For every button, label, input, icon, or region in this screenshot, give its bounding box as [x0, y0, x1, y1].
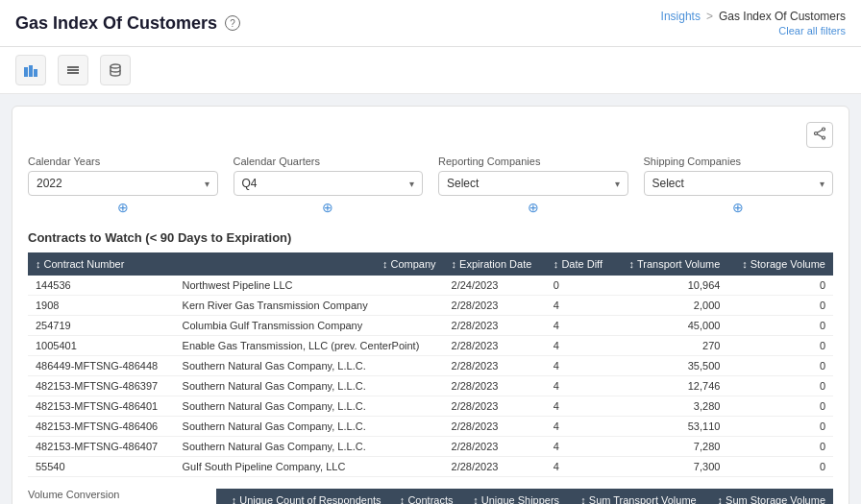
- table-cell: 2/28/2023: [444, 457, 546, 477]
- shipping-companies-group: Shipping Companies Select ▾ ⊕: [644, 156, 834, 215]
- table-row: 486449-MFTSNG-486448Southern Natural Gas…: [28, 356, 833, 376]
- summary-table: ↕ Unique Count of Respondents ↕ Contract…: [216, 489, 833, 504]
- col-company[interactable]: ↕ Company: [175, 252, 444, 276]
- shipping-companies-label: Shipping Companies: [644, 156, 834, 167]
- sum-col-transport[interactable]: ↕ Sum Transport Volume: [567, 489, 704, 504]
- col-storage-volume[interactable]: ↕ Storage Volume: [727, 252, 833, 276]
- clear-filters-button[interactable]: Clear all filters: [661, 25, 846, 36]
- table-row: 482153-MFTSNG-486397Southern Natural Gas…: [28, 376, 833, 396]
- table-cell: 4: [546, 437, 615, 457]
- calendar-quarters-label: Calendar Quarters: [234, 156, 424, 167]
- share-button[interactable]: [806, 122, 833, 148]
- table-cell: Northwest Pipeline LLC: [175, 276, 444, 296]
- breadcrumb-link[interactable]: Insights: [661, 10, 701, 23]
- filter-pin-quarters: ⊕: [234, 200, 424, 215]
- top-header: Gas Index Of Customers ? Insights > Gas …: [0, 0, 861, 47]
- contracts-table: ↕ Contract Number ↕ Company ↕ Expiration…: [28, 252, 833, 477]
- col-expiration-date[interactable]: ↕ Expiration Date: [444, 252, 546, 276]
- svg-rect-2: [34, 69, 37, 77]
- table-row: 55540Gulf South Pipeline Company, LLC2/2…: [28, 457, 833, 477]
- table-row: 482153-MFTSNG-486406Southern Natural Gas…: [28, 417, 833, 437]
- calendar-years-select[interactable]: 2022 ▾: [28, 171, 218, 196]
- table-cell: 0: [727, 296, 833, 316]
- table-cell: Southern Natural Gas Company, L.L.C.: [175, 437, 444, 457]
- table-cell: 1908: [28, 296, 175, 316]
- calendar-years-group: Calendar Years 2022 ▾ ⊕: [28, 156, 218, 215]
- svg-rect-0: [24, 67, 28, 77]
- page-title: Gas Index Of Customers: [15, 13, 217, 34]
- table-cell: 0: [727, 437, 833, 457]
- table-cell: 7,300: [614, 457, 727, 477]
- toolbar: [0, 47, 861, 94]
- table-row: 482153-MFTSNG-486407Southern Natural Gas…: [28, 437, 833, 457]
- filter-row: Calendar Years 2022 ▾ ⊕ Calendar Quarter…: [28, 156, 833, 215]
- table-cell: 1005401: [28, 336, 175, 356]
- table-cell: 12,746: [614, 376, 727, 396]
- sum-col-contracts[interactable]: ↕ Contracts: [389, 489, 461, 504]
- table-cell: 486449-MFTSNG-486448: [28, 356, 175, 376]
- table-cell: 35,500: [614, 356, 727, 376]
- table-cell: 2/28/2023: [444, 417, 546, 437]
- table-cell: Kern River Gas Transmission Company: [175, 296, 444, 316]
- svg-point-7: [823, 128, 825, 131]
- reporting-companies-select[interactable]: Select ▾: [438, 171, 628, 196]
- table-row: 254719Columbia Gulf Transmission Company…: [28, 316, 833, 336]
- svg-point-8: [823, 136, 825, 139]
- col-contract-number[interactable]: ↕ Contract Number: [28, 252, 175, 276]
- table-cell: 0: [727, 356, 833, 376]
- table-row: 482153-MFTSNG-486401Southern Natural Gas…: [28, 396, 833, 417]
- filter-pin-shipping: ⊕: [644, 200, 834, 215]
- table-cell: 482153-MFTSNG-486406: [28, 417, 175, 437]
- svg-rect-3: [67, 66, 79, 68]
- table-cell: 4: [546, 356, 615, 376]
- sum-col-storage[interactable]: ↕ Sum Storage Volume: [704, 489, 833, 504]
- sum-col-shippers[interactable]: ↕ Unique Shippers: [460, 489, 567, 504]
- table-row: 144536Northwest Pipeline LLC2/24/2023010…: [28, 276, 833, 296]
- shipping-companies-select[interactable]: Select ▾: [644, 171, 834, 196]
- chevron-down-icon: ▾: [615, 179, 620, 189]
- table-cell: Southern Natural Gas Company, L.L.C.: [175, 396, 444, 417]
- table-cell: 4: [546, 376, 615, 396]
- table-cell: 270: [614, 336, 727, 356]
- svg-line-11: [817, 134, 822, 137]
- reporting-companies-group: Reporting Companies Select ▾ ⊕: [438, 156, 628, 215]
- table-cell: 4: [546, 417, 615, 437]
- table-cell: 0: [727, 336, 833, 356]
- table-cell: 2/28/2023: [444, 437, 546, 457]
- calendar-quarters-select[interactable]: Q4 ▾: [234, 171, 424, 196]
- col-transport-volume[interactable]: ↕ Transport Volume: [614, 252, 727, 276]
- calendar-years-label: Calendar Years: [28, 156, 218, 167]
- table-cell: 2/28/2023: [444, 376, 546, 396]
- table-cell: 4: [546, 316, 615, 336]
- table-cell: 4: [546, 396, 615, 417]
- list-icon-button[interactable]: [58, 55, 88, 85]
- table-cell: 0: [727, 376, 833, 396]
- breadcrumb-current: Gas Index Of Customers: [719, 10, 846, 23]
- table-cell: Gulf South Pipeline Company, LLC: [175, 457, 444, 477]
- table-cell: 0: [727, 417, 833, 437]
- svg-point-6: [111, 64, 120, 68]
- card-actions: [28, 122, 833, 148]
- summary-table-container: ↕ Unique Count of Respondents ↕ Contract…: [216, 489, 833, 504]
- table-cell: 2/28/2023: [444, 296, 546, 316]
- breadcrumb-separator: >: [706, 10, 713, 23]
- chart-icon-button[interactable]: [15, 55, 46, 85]
- sum-col-respondents[interactable]: ↕ Unique Count of Respondents: [216, 489, 389, 504]
- database-icon-button[interactable]: [100, 55, 131, 85]
- table-cell: Southern Natural Gas Company, L.L.C.: [175, 376, 444, 396]
- bottom-section: Volume Conversion Dekatherms MMBtu MCF ↕…: [28, 489, 833, 504]
- help-icon[interactable]: ?: [225, 15, 240, 31]
- table-cell: 2/28/2023: [444, 336, 546, 356]
- summary-table-header: ↕ Unique Count of Respondents ↕ Contract…: [216, 489, 833, 504]
- table-cell: 2,000: [614, 296, 727, 316]
- contracts-table-body: 144536Northwest Pipeline LLC2/24/2023010…: [28, 276, 833, 477]
- table-cell: 0: [546, 276, 615, 296]
- table-cell: 482153-MFTSNG-486407: [28, 437, 175, 457]
- svg-rect-5: [67, 72, 79, 74]
- table-cell: Columbia Gulf Transmission Company: [175, 316, 444, 336]
- table-cell: 2/24/2023: [444, 276, 546, 296]
- col-date-diff[interactable]: ↕ Date Diff: [546, 252, 615, 276]
- main-content: Calendar Years 2022 ▾ ⊕ Calendar Quarter…: [0, 94, 861, 504]
- table-cell: 0: [727, 276, 833, 296]
- calendar-quarters-group: Calendar Quarters Q4 ▾ ⊕: [234, 156, 424, 215]
